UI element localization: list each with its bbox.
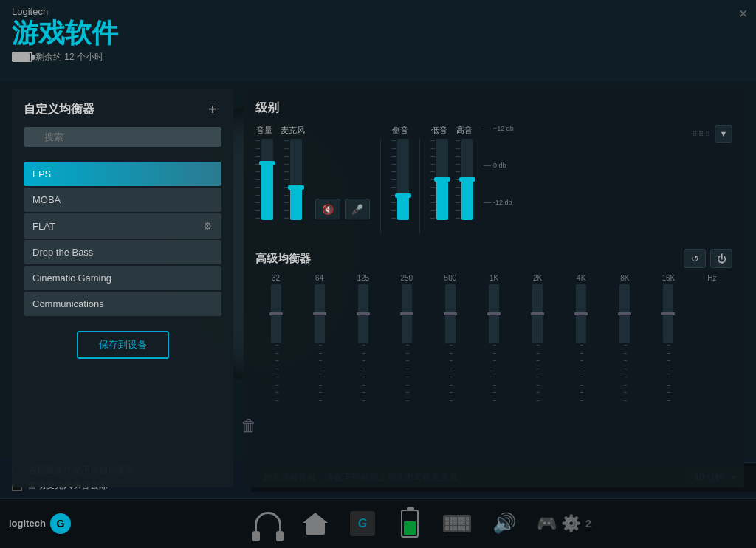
eq-band-16k-thumb[interactable] (662, 312, 675, 315)
nav-item-battery[interactable] (395, 509, 425, 538)
volume-track[interactable] (261, 139, 273, 220)
preset-item-moba[interactable]: MOBA (24, 188, 221, 212)
eq-freq-64-label: 64 (315, 274, 323, 282)
eq-band-1k-track[interactable] (489, 284, 499, 343)
bass-thumb[interactable] (434, 177, 450, 182)
eq-band-4k-thumb[interactable] (574, 312, 588, 315)
volume-slider-col: 音量 (255, 125, 273, 220)
eq-band-64-track[interactable] (315, 284, 325, 343)
preset-item-communications[interactable]: Communications (24, 292, 221, 316)
preset-item-flat[interactable]: FLAT ⚙ (24, 213, 221, 239)
preset-item-fps[interactable]: FPS (24, 162, 221, 186)
close-button[interactable]: ✕ (735, 6, 750, 21)
mic-thumb[interactable] (288, 185, 304, 190)
add-preset-button[interactable]: + (204, 100, 221, 118)
eq-band-500: 500 (430, 274, 470, 403)
treble-track[interactable] (461, 139, 473, 220)
preset-label-fps: FPS (32, 168, 51, 179)
nav-item-ghub[interactable]: G (348, 509, 377, 538)
eq-band-500-thumb[interactable] (444, 312, 457, 315)
key-11 (461, 521, 465, 525)
mic-track[interactable] (290, 139, 302, 220)
preset-label-drop-bass: Drop the Bass (32, 247, 93, 258)
eq-band-125-track[interactable] (358, 284, 368, 343)
save-to-device-button[interactable]: 保存到设备 (77, 331, 169, 359)
eq-band-250-ticks (406, 343, 409, 403)
preset-item-cinematic[interactable]: Cinematic Gaming (24, 266, 221, 290)
gear-icon: ⚙ (203, 220, 213, 232)
key-14 (450, 526, 453, 530)
eq-band-8k-thumb[interactable] (618, 312, 631, 315)
preset-item-drop-bass[interactable]: Drop the Bass (24, 240, 221, 264)
eq-section: 高级均衡器 ↺ ⏻ 32 (255, 249, 732, 403)
eq-band-125-thumb[interactable] (357, 312, 370, 315)
speaker-icon: 🔊 (489, 509, 519, 538)
eq-power-button[interactable]: ⏻ (710, 249, 732, 268)
treble-slider-wrap (456, 139, 473, 220)
eq-band-2k: 2K (518, 274, 558, 403)
battery-icon (12, 52, 32, 62)
eq-band-64-ticks (319, 343, 322, 403)
mute-mic-icon: 🎤 (351, 204, 363, 215)
bottom-nav: logitech G G (0, 498, 756, 548)
nav-item-headset[interactable] (253, 509, 283, 538)
eq-band-500-ticks (450, 343, 453, 403)
mute-volume-button[interactable]: 🔇 (315, 199, 340, 219)
brand-label: Logitech (12, 6, 48, 17)
eq-band-2k-track[interactable] (532, 284, 543, 343)
eq-band-500-track[interactable] (445, 284, 456, 343)
side-thumb[interactable] (395, 193, 411, 198)
nav-item-keyboard[interactable] (442, 509, 472, 538)
ghub-icon: G (348, 509, 377, 538)
eq-band-4k: 4K (561, 274, 602, 403)
eq-reset-button[interactable]: ↺ (684, 249, 706, 268)
volume-thumb[interactable] (259, 161, 275, 165)
nav-logo: logitech G (9, 513, 97, 534)
eq-header: 高级均衡器 ↺ ⏻ (255, 249, 732, 268)
key-1 (445, 517, 449, 521)
eq-band-1k-thumb[interactable] (487, 312, 501, 315)
eq-band-1k: 1K (473, 274, 514, 403)
treble-slider-col: 高音 (456, 125, 473, 220)
eq-band-2k-thumb[interactable] (531, 312, 544, 315)
nav-item-speaker[interactable]: 🔊 (489, 509, 519, 538)
eq-freq-bands: 32 64 (255, 274, 732, 403)
eq-band-8k-track[interactable] (619, 284, 630, 343)
expand-chevron-icon: ▼ (720, 129, 728, 138)
delete-icon[interactable]: 🗑 (241, 417, 257, 436)
eq-band-hz-track (707, 284, 717, 343)
eq-band-16k-track[interactable] (663, 284, 673, 343)
key-4 (458, 517, 461, 521)
search-wrapper: 🔍 (24, 127, 221, 154)
headset-shape (255, 512, 281, 535)
eq-band-1k-ticks (493, 343, 496, 403)
eq-band-250: 250 (386, 274, 427, 403)
eq-band-64-thumb[interactable] (313, 312, 326, 315)
search-input[interactable] (24, 127, 221, 147)
watermark-icon-1: 🎮 (537, 514, 557, 533)
eq-band-32-thumb[interactable] (269, 312, 283, 315)
expand-button[interactable]: ▼ (715, 125, 732, 143)
eq-band-hz: Hz (692, 274, 732, 343)
side-ticks (391, 139, 396, 220)
bass-track[interactable] (436, 139, 448, 220)
treble-thumb[interactable] (459, 177, 475, 182)
volume-slider-wrap (255, 139, 273, 220)
eq-band-250-track[interactable] (402, 284, 412, 343)
side-track[interactable] (397, 139, 409, 220)
eq-band-4k-track[interactable] (576, 284, 586, 343)
treble-label: 高音 (456, 125, 472, 136)
db-ruler: +12 db 0 db -12 db (484, 125, 514, 206)
keyboard-shape (443, 515, 471, 532)
headset-icon (253, 509, 283, 538)
db-entry-zero: 0 db (484, 162, 514, 169)
nav-item-home[interactable] (300, 509, 330, 538)
eq-freq-250-label: 250 (400, 274, 413, 282)
mute-mic-button[interactable]: 🎤 (345, 199, 370, 219)
eq-band-250-thumb[interactable] (400, 312, 413, 315)
eq-band-32-track[interactable] (271, 284, 281, 343)
speaker-shape: 🔊 (492, 512, 516, 535)
eq-freq-1k-label: 1K (489, 274, 498, 282)
app-title: 游戏软件 (12, 18, 118, 48)
levels-divider-2 (419, 138, 420, 234)
